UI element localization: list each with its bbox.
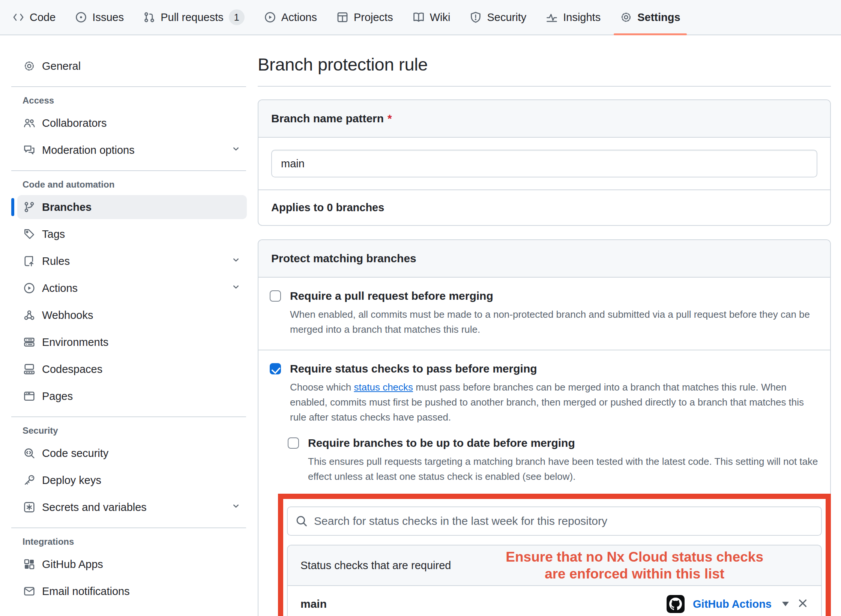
asterisk-box-icon [23, 501, 35, 513]
sidebar-item-label: Deploy keys [42, 474, 241, 487]
chevron-down-icon[interactable] [231, 282, 241, 294]
chevron-down-icon[interactable] [231, 255, 241, 267]
settings-sidebar: General Access Collaborators Moderation … [0, 35, 256, 606]
chevron-down-icon[interactable] [231, 144, 241, 156]
repo-nav: Code Issues Pull requests 1 Actions Proj… [0, 0, 841, 35]
sidebar-item-actions[interactable]: Actions [17, 276, 247, 300]
sidebar-item-label: Pages [42, 390, 241, 403]
github-actions-link[interactable]: GitHub Actions [693, 598, 772, 610]
sidebar-item-label: Rules [42, 255, 224, 267]
tab-label: Actions [281, 11, 317, 24]
remove-status-check-icon[interactable] [797, 598, 808, 610]
status-checks-search-input[interactable] [314, 515, 814, 527]
status-check-row-main: main GitHub Actions [288, 586, 821, 616]
branch-name-pattern-body [258, 138, 830, 189]
sidebar-item-github-apps[interactable]: GitHub Apps [17, 552, 247, 576]
tab-label: Security [487, 11, 526, 24]
sidebar-item-label: Branches [42, 201, 241, 213]
branch-name-pattern-input[interactable] [271, 150, 817, 177]
apps-icon [23, 558, 35, 570]
git-branch-icon [23, 201, 35, 213]
require-pull-request-note: When enabled, all commits must be made t… [290, 307, 819, 337]
sidebar-divider [11, 416, 246, 417]
tab-wiki[interactable]: Wiki [406, 0, 457, 35]
codescan-icon [23, 447, 35, 459]
github-actions-avatar [667, 595, 685, 613]
require-pull-request-row: Require a pull request before merging Wh… [258, 278, 830, 350]
main-content: Branch protection rule Branch name patte… [256, 35, 841, 616]
annotation-line-2: are enforced within this list [545, 566, 724, 581]
graph-icon [546, 11, 558, 23]
issue-opened-icon [75, 11, 87, 23]
tab-pull-requests[interactable]: Pull requests 1 [137, 0, 251, 35]
require-status-checks-label: Require status checks to pass before mer… [290, 362, 537, 376]
code-icon [12, 11, 24, 23]
require-status-checks-note: Choose which status checks must pass bef… [290, 380, 819, 425]
tab-projects[interactable]: Projects [330, 0, 399, 35]
gear-icon [23, 60, 35, 72]
sidebar-divider [11, 170, 246, 171]
gear-icon [620, 11, 632, 23]
tab-insights[interactable]: Insights [539, 0, 607, 35]
sidebar-item-label: Actions [42, 282, 224, 294]
tab-issues[interactable]: Issues [69, 0, 130, 35]
require-status-checks-checkbox[interactable] [270, 363, 281, 374]
sidebar-item-webhooks[interactable]: Webhooks [17, 303, 247, 327]
sidebar-item-branches[interactable]: Branches [17, 195, 247, 219]
tab-label: Insights [563, 11, 601, 24]
sidebar-item-environments[interactable]: Environments [17, 330, 247, 354]
required-status-checks-table: Status checks that are required Ensure t… [287, 545, 822, 616]
tab-label: Wiki [430, 11, 451, 24]
comment-discussion-icon [23, 144, 35, 156]
tab-actions[interactable]: Actions [258, 0, 323, 35]
sidebar-item-moderation-options[interactable]: Moderation options [17, 138, 247, 162]
sidebar-item-collaborators[interactable]: Collaborators [17, 111, 247, 135]
tab-code[interactable]: Code [6, 0, 62, 35]
tab-security[interactable]: Security [463, 0, 533, 35]
branch-name-pattern-header: Branch name pattern* [258, 100, 830, 138]
github-mark-icon [669, 598, 682, 610]
sidebar-item-codespaces[interactable]: Codespaces [17, 357, 247, 381]
status-check-name: main [300, 598, 327, 610]
sidebar-section-security: Security [23, 425, 247, 436]
sidebar-item-pages[interactable]: Pages [17, 384, 247, 408]
require-up-to-date-note: This ensures pull requests targeting a m… [308, 454, 819, 484]
tab-label: Pull requests [161, 11, 224, 24]
tab-settings[interactable]: Settings [614, 0, 686, 35]
required-status-checks-table-header: Status checks that are required Ensure t… [288, 545, 821, 586]
sidebar-item-rules[interactable]: Rules [17, 249, 247, 273]
sidebar-item-label: Code security [42, 447, 241, 460]
require-up-to-date-label: Require branches to be up to date before… [308, 436, 575, 450]
sidebar-item-secrets-variables[interactable]: Secrets and variables [17, 495, 247, 519]
require-up-to-date-row: Require branches to be up to date before… [288, 436, 819, 484]
sidebar-item-label: Webhooks [42, 309, 241, 322]
tab-label: Code [30, 11, 56, 24]
server-icon [23, 336, 35, 348]
tab-label: Issues [92, 11, 124, 24]
sidebar-item-general[interactable]: General [17, 54, 247, 78]
sidebar-item-label: General [42, 60, 241, 72]
require-up-to-date-checkbox[interactable] [288, 437, 299, 449]
play-icon [23, 282, 35, 294]
sidebar-item-code-security[interactable]: Code security [17, 441, 247, 465]
rules-icon [23, 255, 35, 267]
require-pull-request-checkbox[interactable] [270, 290, 281, 302]
tab-label: Settings [637, 11, 680, 24]
book-icon [413, 11, 425, 23]
title-divider [258, 86, 831, 87]
protect-matching-branches-header: Protect matching branches [258, 240, 830, 278]
mail-icon [23, 585, 35, 597]
browser-icon [23, 390, 35, 402]
annotation-line-1: Ensure that no Nx Cloud status checks [506, 549, 763, 565]
sidebar-section-access: Access [23, 95, 247, 106]
applies-to-branches-text: Applies to 0 branches [258, 189, 830, 225]
sidebar-item-email-notifications[interactable]: Email notifications [17, 579, 247, 603]
sidebar-item-tags[interactable]: Tags [17, 222, 247, 246]
sidebar-item-deploy-keys[interactable]: Deploy keys [17, 468, 247, 492]
sidebar-item-label: Secrets and variables [42, 501, 224, 514]
chevron-down-icon[interactable] [231, 501, 241, 514]
status-checks-link[interactable]: status checks [354, 382, 413, 393]
sidebar-divider [11, 527, 246, 528]
dropdown-caret-icon[interactable] [782, 602, 789, 606]
table-icon [336, 11, 348, 23]
